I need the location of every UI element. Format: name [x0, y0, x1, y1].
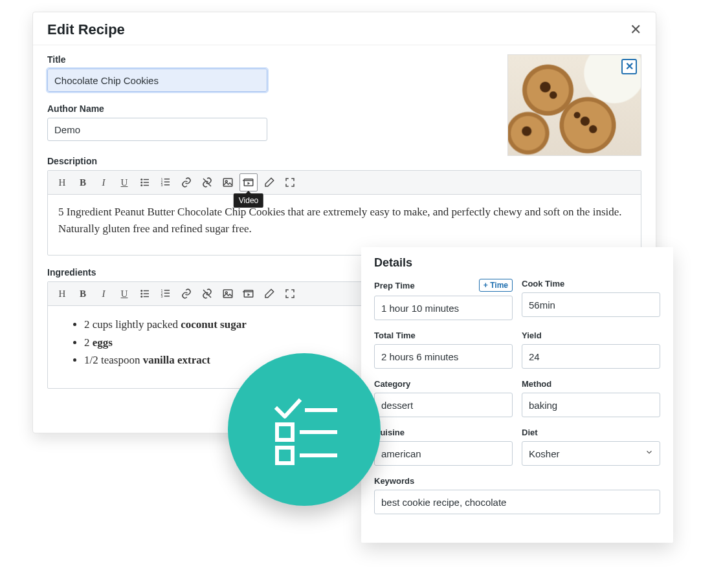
- bullet-list-button[interactable]: [136, 285, 154, 303]
- italic-button[interactable]: I: [95, 285, 113, 303]
- heading-button[interactable]: H: [53, 285, 71, 303]
- bullet-list-icon: [139, 177, 151, 188]
- svg-rect-3: [144, 182, 149, 183]
- prep-time-field: Prep Time + Time: [374, 279, 513, 320]
- description-editor: H B I U 123: [47, 170, 641, 256]
- svg-point-20: [140, 293, 142, 295]
- underline-icon: U: [121, 289, 128, 299]
- svg-rect-37: [277, 424, 293, 440]
- close-icon: ✕: [625, 61, 634, 72]
- description-label: Description: [47, 156, 641, 166]
- video-button[interactable]: Video: [239, 173, 258, 191]
- ingredient-text: 2 cups lightly packed: [84, 318, 181, 331]
- cook-time-input[interactable]: [522, 292, 660, 317]
- heading-icon: H: [59, 177, 66, 188]
- total-time-field: Total Time: [374, 331, 513, 369]
- close-button[interactable]: ✕: [630, 23, 641, 37]
- description-textarea[interactable]: 5 Ingredient Peanut Butter Chocolate Chi…: [48, 195, 641, 255]
- prep-time-input[interactable]: [374, 296, 513, 320]
- bullet-list-button[interactable]: [136, 173, 154, 191]
- method-label: Method: [522, 379, 551, 389]
- description-text: 5 Ingredient Peanut Butter Chocolate Chi…: [58, 206, 622, 235]
- unlink-button[interactable]: [198, 173, 216, 191]
- fullscreen-icon: [284, 177, 296, 188]
- keywords-input[interactable]: [374, 490, 660, 514]
- category-label: Category: [374, 379, 410, 389]
- keywords-field: Keywords: [374, 476, 660, 514]
- cuisine-input[interactable]: [374, 441, 513, 466]
- link-button[interactable]: [177, 285, 195, 303]
- image-button[interactable]: [219, 285, 237, 303]
- svg-point-18: [140, 290, 142, 292]
- fullscreen-icon: [284, 288, 296, 299]
- underline-button[interactable]: U: [115, 285, 133, 303]
- svg-rect-25: [164, 290, 170, 291]
- italic-icon: I: [102, 177, 106, 188]
- heading-icon: H: [59, 289, 66, 299]
- numbered-list-button[interactable]: 123: [157, 285, 175, 303]
- svg-point-22: [140, 296, 142, 298]
- eraser-icon: [263, 288, 275, 299]
- remove-image-button[interactable]: ✕: [621, 59, 637, 74]
- bold-button[interactable]: B: [74, 285, 92, 303]
- add-time-button[interactable]: + Time: [479, 279, 513, 292]
- numbered-list-icon: 123: [160, 177, 172, 188]
- image-icon: [222, 177, 234, 188]
- total-time-label: Total Time: [374, 331, 416, 340]
- link-button[interactable]: [177, 173, 195, 191]
- method-input[interactable]: [522, 393, 660, 417]
- eraser-button[interactable]: [260, 173, 278, 191]
- close-icon: ✕: [630, 21, 641, 38]
- ingredient-bold: coconut sugar: [181, 318, 247, 331]
- author-label: Author Name: [47, 103, 489, 114]
- svg-rect-5: [144, 185, 149, 186]
- category-input[interactable]: [374, 393, 513, 417]
- method-field: Method: [522, 379, 660, 417]
- bold-button[interactable]: B: [74, 173, 92, 191]
- ingredient-bold: eggs: [93, 336, 113, 349]
- total-time-input[interactable]: [374, 344, 513, 369]
- link-icon: [181, 288, 192, 299]
- svg-rect-13: [223, 179, 232, 186]
- eraser-icon: [263, 177, 275, 188]
- video-button[interactable]: [239, 285, 258, 303]
- ingredient-text: 1/2 teaspoon: [84, 354, 143, 366]
- author-input[interactable]: [47, 118, 267, 141]
- yield-label: Yield: [522, 331, 542, 340]
- fullscreen-button[interactable]: [281, 285, 299, 303]
- eraser-button[interactable]: [260, 285, 278, 303]
- unlink-icon: [201, 177, 213, 188]
- details-heading: Details: [374, 256, 660, 270]
- checklist-icon: [265, 391, 343, 468]
- svg-rect-27: [164, 293, 170, 294]
- diet-field: Diet: [522, 428, 660, 466]
- yield-input[interactable]: [522, 344, 660, 369]
- svg-rect-39: [277, 448, 293, 463]
- diet-label: Diet: [522, 428, 538, 437]
- diet-select[interactable]: [522, 441, 660, 466]
- numbered-list-button[interactable]: 123: [157, 173, 175, 191]
- svg-rect-7: [164, 179, 170, 180]
- yield-field: Yield: [522, 331, 660, 369]
- italic-button[interactable]: I: [95, 173, 113, 191]
- image-button[interactable]: [219, 173, 237, 191]
- svg-rect-23: [144, 296, 149, 298]
- svg-text:3: 3: [161, 294, 163, 298]
- svg-rect-9: [164, 182, 170, 183]
- svg-marker-17: [248, 182, 250, 185]
- svg-point-0: [140, 179, 142, 180]
- bold-icon: B: [80, 177, 86, 188]
- modal-header: Edit Recipe ✕: [33, 12, 656, 45]
- ingredient-bold: vanilla extract: [143, 354, 210, 366]
- unlink-button[interactable]: [198, 285, 216, 303]
- title-input[interactable]: [47, 69, 267, 92]
- recipe-image[interactable]: ✕: [507, 54, 641, 156]
- heading-button[interactable]: H: [53, 173, 71, 191]
- svg-point-2: [140, 182, 142, 184]
- underline-button[interactable]: U: [115, 173, 133, 191]
- svg-rect-31: [223, 290, 232, 298]
- link-icon: [181, 177, 192, 188]
- bold-icon: B: [80, 289, 86, 299]
- details-panel: Details Prep Time + Time Cook Time Total…: [361, 247, 673, 543]
- fullscreen-button[interactable]: [281, 173, 299, 191]
